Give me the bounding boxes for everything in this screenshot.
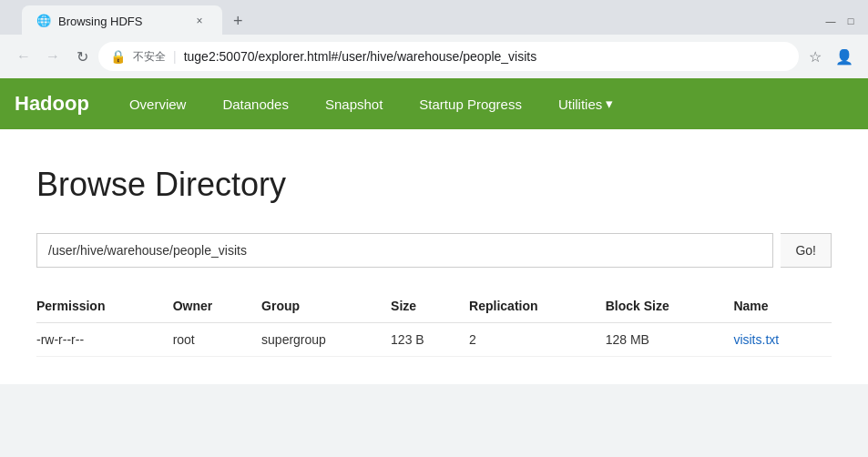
url-divider: | [173,49,177,64]
cell-replication: 2 [469,323,606,357]
table-row: -rw-r--r-- root supergroup 123 B 2 128 M… [36,323,832,357]
insecure-label: 不安全 [133,49,166,65]
directory-table: Permission Owner Group Size Replication … [36,289,832,357]
tab-close-button[interactable]: × [191,13,208,29]
cell-block-size: 128 MB [606,323,734,357]
cell-owner: root [173,323,261,357]
tab-favicon: 🌐 [36,14,51,28]
col-header-size: Size [391,289,469,323]
address-bar-row: ← → ↻ 🔒 不安全 | tuge2:50070/explorer.html#… [0,35,868,78]
url-text: tuge2:50070/explorer.html#/user/hive/war… [184,49,787,64]
nav-link-utilities[interactable]: Utilities ▾ [540,78,631,129]
minimize-button[interactable]: — [824,15,837,27]
cell-permission: -rw-r--r-- [36,323,173,357]
utilities-label: Utilities [558,96,602,112]
profile-button[interactable]: 👤 [832,44,857,69]
cell-size: 123 B [391,323,469,357]
col-header-permission: Permission [36,289,173,323]
tab-title: Browsing HDFS [58,15,142,28]
col-header-group: Group [261,289,391,323]
window-controls: — □ [824,15,857,27]
go-button[interactable]: Go! [781,233,832,268]
page-title: Browse Directory [36,166,832,204]
page-content: Browse Directory Go! Permission Owner Gr… [0,129,868,384]
hadoop-brand: Hadoop [15,92,89,116]
address-bar[interactable]: 🔒 不安全 | tuge2:50070/explorer.html#/user/… [98,42,799,71]
new-tab-button[interactable]: + [222,5,254,36]
reload-button[interactable]: ↻ [69,44,95,69]
nav-link-startup-progress[interactable]: Startup Progress [401,78,540,129]
col-header-owner: Owner [173,289,261,323]
cell-group: supergroup [261,323,391,357]
forward-button[interactable]: → [40,44,66,69]
col-header-name: Name [733,289,832,323]
hadoop-nav: Hadoop Overview Datanodes Snapshot Start… [0,78,868,129]
nav-link-overview[interactable]: Overview [111,78,205,129]
path-row: Go! [36,233,832,268]
bookmark-button[interactable]: ☆ [802,44,828,69]
table-header-row: Permission Owner Group Size Replication … [36,289,832,323]
dropdown-arrow-icon: ▾ [606,96,613,112]
maximize-button[interactable]: □ [844,15,857,27]
cell-name[interactable]: visits.txt [733,323,832,357]
browser-chrome: 🌐 Browsing HDFS × + — □ ← → ↻ 🔒 不安全 | tu… [0,0,868,78]
back-button[interactable]: ← [11,44,36,69]
nav-link-datanodes[interactable]: Datanodes [204,78,307,129]
security-icon: 🔒 [110,49,126,64]
col-header-block-size: Block Size [606,289,734,323]
active-tab[interactable]: 🌐 Browsing HDFS × [22,5,222,36]
file-link[interactable]: visits.txt [733,332,779,347]
path-input[interactable] [36,233,773,268]
tab-bar: 🌐 Browsing HDFS × + [11,5,265,36]
title-bar: 🌐 Browsing HDFS × + — □ [0,0,868,35]
nav-link-snapshot[interactable]: Snapshot [307,78,401,129]
table-body: -rw-r--r-- root supergroup 123 B 2 128 M… [36,323,832,357]
col-header-replication: Replication [469,289,606,323]
